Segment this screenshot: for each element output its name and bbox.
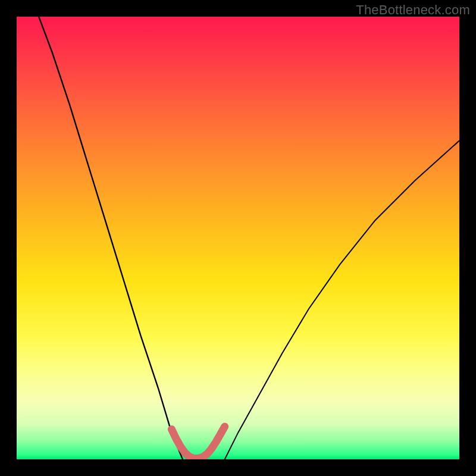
curve-layer (17, 17, 459, 459)
right-curve (225, 140, 459, 459)
left-curve (39, 17, 183, 459)
plot-area (17, 17, 459, 459)
watermark-text: TheBottleneck.com (356, 2, 470, 18)
chart-frame: TheBottleneck.com (0, 0, 476, 476)
